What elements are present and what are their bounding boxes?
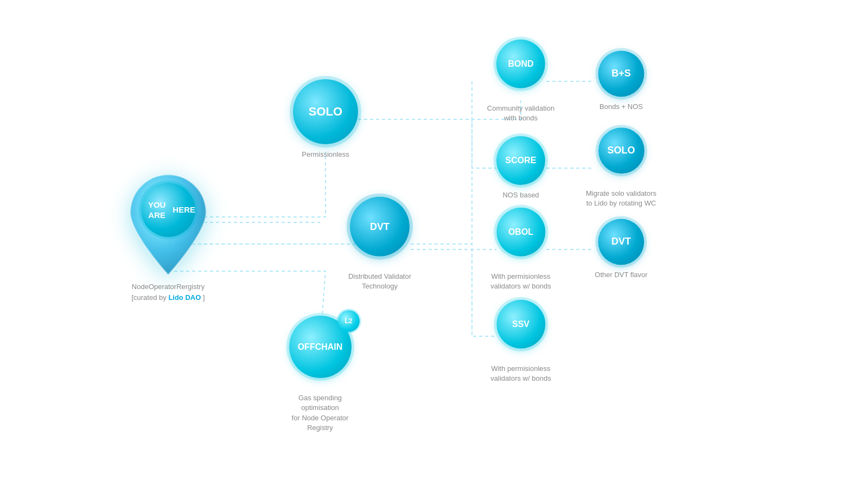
ssv-node: SSV With permisionless validators w/ bon… [490,300,551,384]
bs-node: B+S Bonds + NOS [598,50,644,112]
l2-badge: L2 [338,310,360,332]
ssv-label: With permisionless validators w/ bonds [490,354,551,384]
dvt-circle: DVT [350,197,410,257]
bs-circle: B+S [598,50,644,97]
dvt-node: DVT Distributed Validator Technology [348,197,411,292]
dvt-right-label: Other DVT flavor [595,270,647,280]
dvt-right-node: DVT Other DVT flavor [595,219,647,280]
dvt-label: Distributed Validator Technology [348,262,411,292]
bond-circle: BOND [496,40,545,88]
obol-node: OBOL With permisionless validators w/ bo… [490,208,551,292]
offchain-node: OFFCHAIN L2 Gas spending optimisation fo… [282,316,358,433]
solo-right-circle: SOLO [598,127,644,174]
obol-circle: OBOL [496,208,545,257]
solo-circle: SOLO [293,79,358,144]
solo-node: SOLO Permissionless [293,79,358,159]
you-are-here-circle: YOU ARE HERE [141,183,195,237]
score-circle: SCORE [496,136,545,185]
ssv-circle: SSV [496,300,545,349]
offchain-label: Gas spending optimisation for Node Opera… [282,383,358,433]
solo-right-node: SOLO Migrate solo validators to Lido by … [586,127,656,209]
solo-right-label: Migrate solo validators to Lido by rotat… [586,179,656,209]
you-are-here-label: NodeOperatorRergistry [curated by Lido D… [131,281,205,303]
score-node: SCORE NOS based [496,136,545,200]
bond-node: BOND Community validation with bonds [487,40,554,124]
bs-label: Bonds + NOS [599,102,643,112]
solo-label: Permissionless [302,150,349,159]
score-label: NOS based [502,190,539,200]
bond-label: Community validation with bonds [487,94,554,124]
dvt-right-circle: DVT [598,219,644,265]
obol-label: With permisionless validators w/ bonds [490,262,551,292]
diagram-container: YOU ARE HERE NodeOperatorRergistry [cura… [0,0,868,487]
you-are-here-node: YOU ARE HERE NodeOperatorRergistry [cura… [130,175,206,303]
